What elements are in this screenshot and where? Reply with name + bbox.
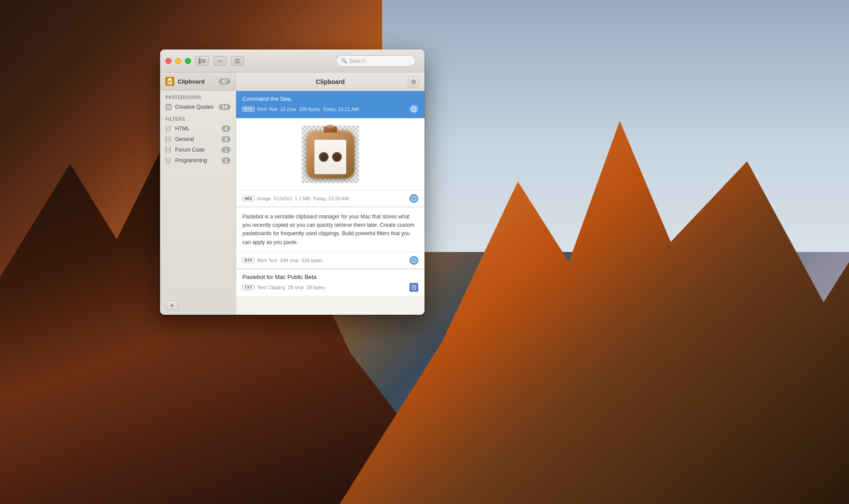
- last-size: 28 bytes: [307, 285, 325, 290]
- clip-item-1[interactable]: Command the Sea. RTF Rich Text 16 char 3…: [236, 91, 424, 118]
- text-clip-meta: RTF Rich Text 244 char 526 bytes i: [236, 252, 424, 269]
- app-window: 🔍 Search Clipboard 97: [160, 50, 424, 315]
- maximize-button[interactable]: [185, 58, 191, 64]
- menu-button[interactable]: [231, 56, 244, 66]
- clip-item-4[interactable]: Pastebot for Mac Public Beta TXT Text Cl…: [236, 269, 424, 297]
- gear-button[interactable]: ⚙: [408, 76, 419, 88]
- filter-icon-html: [165, 126, 172, 132]
- image-meta-row: IMG Image 512x512 1.1 MB Today, 10:20 AM…: [236, 190, 424, 207]
- sidebar-item-programming[interactable]: Programming 1: [160, 155, 236, 166]
- clip-type-badge-1: RTF: [242, 107, 255, 112]
- clipboard-icon: [165, 77, 174, 86]
- app-icon-paper: [314, 140, 346, 174]
- clip-image-area: [236, 118, 424, 190]
- clip-item-3[interactable]: Pastebot is a versatile clipboard manage…: [236, 207, 424, 269]
- svg-rect-7: [235, 62, 240, 63]
- desktop-background: [0, 0, 849, 504]
- search-placeholder: Search: [349, 58, 366, 64]
- app-icon-hole-left: [319, 152, 329, 162]
- text-type-label: Rich Text: [257, 258, 277, 263]
- clip-char-count-1: 16 char: [280, 107, 296, 112]
- titlebar: 🔍 Search: [160, 50, 424, 73]
- text-clip-content: Pastebot is a versatile clipboard manage…: [242, 213, 418, 247]
- svg-text:i: i: [413, 107, 414, 111]
- filter-icon-programming: [165, 157, 172, 164]
- svg-rect-0: [199, 58, 201, 64]
- general-filter-badge: 8: [222, 136, 230, 142]
- img-dimensions: 512x512: [273, 196, 292, 201]
- content-area: Clipboard 97 PASTEBOARDS Creative Quotes…: [160, 73, 424, 315]
- filter-icon-forum-code: [165, 147, 172, 153]
- html-filter-label: HTML: [175, 126, 222, 132]
- file-icon[interactable]: [409, 283, 418, 292]
- panel-title: Clipboard: [253, 78, 408, 85]
- text-type-badge: RTF: [242, 258, 255, 263]
- last-clip-meta: TXT Text Clipping 28 char 28 bytes: [242, 283, 418, 292]
- sidebar-item-general[interactable]: General 8: [160, 134, 236, 145]
- add-button[interactable]: +: [165, 301, 179, 310]
- clips-list: Command the Sea. RTF Rich Text 16 char 3…: [236, 91, 424, 315]
- app-icon-clip: [324, 126, 337, 133]
- filters-section-title: FILTERS: [160, 112, 236, 123]
- close-button[interactable]: [165, 58, 172, 64]
- svg-rect-12: [168, 83, 170, 84]
- filter-icon-general: [165, 136, 172, 142]
- html-filter-badge: 4: [222, 126, 230, 132]
- img-info-icon[interactable]: i: [409, 194, 418, 203]
- text-char-count: 244 char: [280, 258, 299, 263]
- sidebar-item-forum-code[interactable]: Forum Code 1: [160, 145, 236, 155]
- clip-size-1: 305 bytes: [299, 107, 320, 112]
- programming-filter-badge: 1: [222, 157, 230, 164]
- svg-rect-11: [168, 82, 172, 83]
- img-size: 1.1 MB: [295, 196, 310, 201]
- svg-text:i: i: [413, 197, 414, 200]
- forum-code-filter-badge: 1: [222, 147, 230, 153]
- sidebar-clipboard-item[interactable]: Clipboard 97: [160, 73, 236, 91]
- sidebar: Clipboard 97 PASTEBOARDS Creative Quotes…: [160, 73, 236, 315]
- search-bar[interactable]: 🔍 Search: [336, 55, 416, 67]
- clipboard-badge: 97: [219, 78, 230, 84]
- img-label: Image: [257, 196, 271, 201]
- panel-header: Clipboard ⚙: [236, 73, 424, 91]
- clip-item-2[interactable]: IMG Image 512x512 1.1 MB Today, 10:20 AM…: [236, 118, 424, 207]
- sidebar-toggle-button[interactable]: [195, 56, 209, 66]
- svg-text:i: i: [413, 259, 414, 262]
- svg-rect-10: [168, 80, 172, 81]
- last-char-count: 28 char: [288, 285, 304, 290]
- last-type-badge: TXT: [242, 285, 255, 290]
- main-panel: Clipboard ⚙ Command the Sea. RTF Rich Te…: [236, 73, 424, 315]
- text-size: 526 bytes: [302, 258, 323, 263]
- minus-button[interactable]: [213, 56, 226, 66]
- gear-icon: ⚙: [411, 78, 417, 85]
- clip-type-label-1: Rich Text: [257, 107, 277, 112]
- svg-rect-3: [202, 62, 206, 63]
- svg-marker-23: [165, 147, 171, 153]
- svg-marker-17: [165, 126, 171, 132]
- programming-filter-label: Programming: [175, 157, 222, 164]
- minimize-button[interactable]: [175, 58, 181, 64]
- general-filter-label: General: [175, 136, 222, 142]
- clipboard-label: Clipboard: [178, 78, 219, 85]
- svg-marker-26: [165, 157, 171, 164]
- clip-meta-1: RTF Rich Text 16 char 305 bytes Today, 1…: [242, 105, 418, 114]
- image-checker-bg: [302, 126, 359, 183]
- app-icon: [306, 130, 355, 179]
- traffic-lights: [165, 58, 191, 64]
- app-icon-hole-right: [332, 152, 342, 162]
- sidebar-spacer: [160, 166, 236, 296]
- text-info-icon[interactable]: i: [409, 256, 418, 265]
- clip-timestamp-1: Today, 10:21 AM: [323, 107, 359, 112]
- sidebar-item-creative-quotes[interactable]: Creative Quotes 14: [160, 102, 236, 112]
- last-type-label: Text Clipping: [257, 285, 285, 290]
- img-timestamp: Today, 10:20 AM: [313, 196, 348, 201]
- creative-quotes-label: Creative Quotes: [175, 104, 219, 110]
- last-clip-title: Pastebot for Mac Public Beta: [242, 274, 418, 280]
- svg-rect-6: [235, 61, 240, 61]
- pasteboard-icon: [165, 104, 172, 110]
- creative-quotes-badge: 14: [219, 104, 230, 110]
- svg-rect-2: [202, 61, 206, 61]
- clip-action-icon-1[interactable]: i: [409, 105, 418, 114]
- forum-code-filter-label: Forum Code: [175, 147, 222, 153]
- sidebar-item-html[interactable]: HTML 4: [160, 123, 236, 134]
- text-clip-body: Pastebot is a versatile clipboard manage…: [236, 207, 424, 252]
